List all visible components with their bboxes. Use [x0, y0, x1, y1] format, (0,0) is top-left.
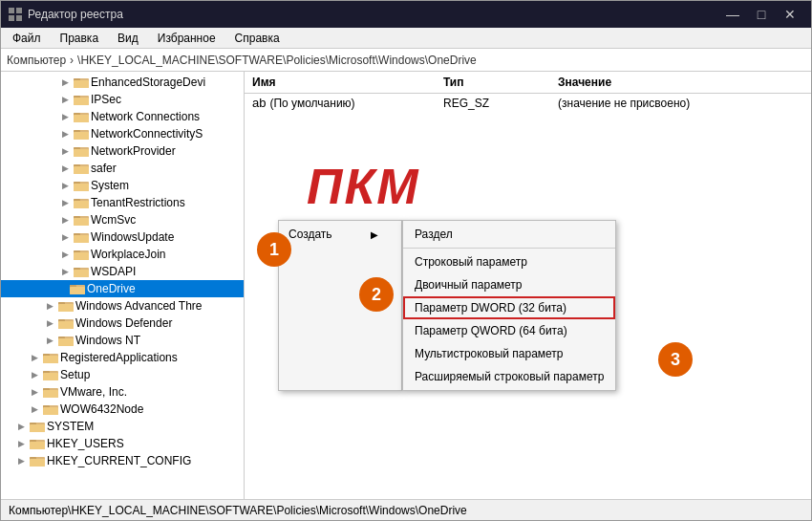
address-full-path[interactable]: \HKEY_LOCAL_MACHINE\SOFTWARE\Policies\Mi… — [77, 54, 477, 67]
svg-rect-29 — [74, 235, 89, 243]
tree-label: Windows NT — [75, 334, 140, 347]
tree-toggle: ▶ — [58, 162, 72, 175]
minimize-button[interactable]: — — [719, 5, 746, 24]
registry-row-default[interactable]: ab (По умолчанию) REG_SZ (значение не пр… — [245, 94, 811, 112]
tree-item-hkey-current-config[interactable]: ▶ HKEY_CURRENT_CONFIG — [1, 452, 244, 469]
folder-icon — [74, 265, 89, 278]
tree-item-onedrive[interactable]: OneDrive — [1, 280, 244, 297]
tree-item-tenantrestrictions[interactable]: ▶ TenantRestrictions — [1, 194, 244, 211]
folder-icon — [43, 402, 58, 416]
app-icon — [9, 8, 22, 21]
svg-rect-65 — [30, 442, 45, 449]
tree-label: Windows Advanced Thre — [75, 299, 203, 313]
title-bar-left: Редактор реестра — [9, 8, 123, 21]
tree-item-system-hive[interactable]: ▶ SYSTEM — [1, 418, 244, 435]
svg-rect-44 — [58, 321, 74, 329]
address-path: › — [70, 54, 74, 67]
tree-item-wcmsvc[interactable]: ▶ WcmSvc — [1, 211, 244, 228]
menu-file[interactable]: Файл — [5, 30, 49, 47]
folder-icon — [74, 127, 89, 141]
registry-editor-window: Редактор реестра — □ ✕ Файл Правка Вид И… — [0, 0, 812, 521]
tree-item-networkprovider[interactable]: ▶ NetworkProvider — [1, 142, 244, 160]
tree-toggle: ▶ — [58, 110, 72, 123]
menu-help[interactable]: Справка — [227, 30, 288, 47]
tree-label: SYSTEM — [47, 420, 94, 433]
tree-item-windowsdefender[interactable]: ▶ Windows Defender — [1, 315, 244, 332]
pkm-label: ПКМ — [307, 158, 420, 215]
tree-label: RegisteredApplications — [60, 351, 178, 364]
tree-item-hkey-users[interactable]: ▶ HKEY_USERS — [1, 435, 244, 452]
tree-label: Windows Defender — [75, 316, 172, 330]
menu-edit[interactable]: Правка — [53, 30, 107, 47]
close-button[interactable]: ✕ — [777, 5, 803, 24]
tree-item-network-connections[interactable]: ▶ Network Connections — [1, 108, 244, 125]
title-bar-controls: — □ ✕ — [719, 5, 803, 24]
address-prefix: Компьютер — [7, 54, 66, 67]
menu-view[interactable]: Вид — [110, 30, 146, 47]
cell-name-default: ab (По умолчанию) — [252, 96, 443, 110]
title-bar: Редактор реестра — □ ✕ — [1, 1, 811, 28]
maximize-button[interactable]: □ — [748, 5, 775, 24]
tree-toggle: ▶ — [14, 454, 28, 467]
address-bar: Компьютер › \HKEY_LOCAL_MACHINE\SOFTWARE… — [1, 49, 811, 72]
tree-item-wsdapi[interactable]: ▶ WSDAPI — [1, 263, 244, 280]
svg-rect-50 — [43, 356, 58, 363]
tree-label: Setup — [60, 368, 90, 381]
window-title: Редактор реестра — [28, 8, 123, 21]
tree-label: WcmSvc — [91, 213, 136, 227]
svg-rect-35 — [74, 270, 89, 277]
cell-name-text: (По умолчанию) — [269, 97, 354, 110]
folder-icon — [58, 334, 74, 347]
folder-icon — [74, 144, 89, 158]
tree-toggle: ▶ — [58, 248, 72, 261]
reg-value-icon: ab — [252, 96, 266, 110]
svg-rect-2 — [74, 80, 89, 88]
tree-item-safer[interactable]: ▶ safer — [1, 160, 244, 177]
tree-toggle: ▶ — [43, 299, 56, 313]
folder-icon — [58, 316, 74, 330]
tree-item-vmware[interactable]: ▶ VMware, Inc. — [1, 383, 244, 401]
tree-toggle: ▶ — [14, 437, 28, 450]
main-area: ▶ EnhancedStorageDevi ▶ IPSec ▶ Network … — [1, 72, 811, 499]
submenu-item-qword[interactable]: Параметр QWORD (64 бита) — [403, 319, 615, 342]
badge-3: 3 — [658, 342, 693, 377]
tree-label: IPSec — [91, 93, 121, 106]
tree-item-registeredapps[interactable]: ▶ RegisteredApplications — [1, 349, 244, 366]
tree-label: NetworkProvider — [91, 144, 176, 158]
svg-rect-26 — [74, 218, 89, 226]
menu-favorites[interactable]: Избранное — [150, 30, 224, 47]
tree-label: Network Connections — [91, 110, 200, 123]
folder-icon — [74, 93, 89, 106]
tree-item-windowsupdate[interactable]: ▶ WindowsUpdate — [1, 228, 244, 246]
submenu-item-section[interactable]: Раздел — [403, 223, 615, 246]
tree-item-windowsadvanced[interactable]: ▶ Windows Advanced Thre — [1, 297, 244, 315]
submenu-item-string[interactable]: Строковый параметр — [403, 250, 615, 273]
context-menu-create[interactable]: Создать ▶ — [279, 223, 401, 246]
submenu-item-expandstring[interactable]: Расширяемый строковый параметр — [403, 365, 615, 388]
tree-item-workplacejoin[interactable]: ▶ WorkplaceJoin — [1, 246, 244, 263]
menu-bar: Файл Правка Вид Избранное Справка — [1, 28, 811, 49]
tree-item-system[interactable]: ▶ System — [1, 177, 244, 194]
svg-rect-59 — [43, 407, 58, 415]
svg-rect-68 — [30, 459, 45, 467]
submenu-item-dword[interactable]: Параметр DWORD (32 бита) — [403, 296, 615, 319]
folder-icon — [30, 454, 45, 467]
tree-item-enhancedstorage[interactable]: ▶ EnhancedStorageDevi — [1, 74, 244, 91]
tree-toggle: ▶ — [28, 385, 41, 399]
tree-item-networkconn[interactable]: ▶ NetworkConnectivityS — [1, 125, 244, 142]
cell-value-default: (значение не присвоено) — [558, 97, 803, 110]
tree-item-setup[interactable]: ▶ Setup — [1, 366, 244, 383]
folder-icon — [30, 420, 45, 433]
tree-item-wow6432[interactable]: ▶ WOW6432Node — [1, 401, 244, 418]
tree-label: safer — [91, 162, 117, 175]
tree-toggle: ▶ — [58, 93, 72, 106]
badge-1: 1 — [257, 232, 291, 267]
tree-item-ipsec[interactable]: ▶ IPSec — [1, 91, 244, 108]
tree-item-windowsnt[interactable]: ▶ Windows NT — [1, 332, 244, 349]
svg-rect-23 — [74, 201, 89, 208]
tree-toggle: ▶ — [28, 351, 41, 364]
submenu-item-binary[interactable]: Двоичный параметр — [403, 273, 615, 296]
submenu-item-multistring[interactable]: Мультистроковый параметр — [403, 342, 615, 365]
svg-rect-8 — [74, 115, 89, 122]
svg-rect-38 — [70, 287, 85, 294]
